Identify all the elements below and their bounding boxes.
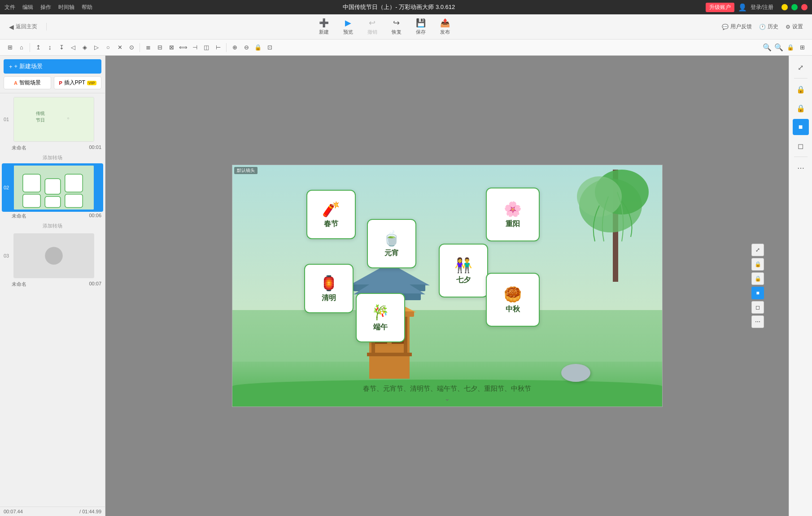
new-scene-button[interactable]: + + 新建场景 — [4, 59, 101, 74]
toolbar-right: 💬 用户反馈 🕐 历史 ⚙ 设置 — [722, 23, 803, 31]
tb2-select-btn[interactable]: ⊞ — [4, 42, 15, 53]
preview-button[interactable]: ▶ 预览 — [340, 16, 357, 37]
menu-help[interactable]: 帮助 — [82, 4, 92, 11]
festival-card-yuanxiao[interactable]: 🍵 元宵 — [367, 219, 416, 268]
scene-card-01[interactable]: 01 传统 节日 ○ — [2, 95, 103, 144]
canvas-collapse-btn[interactable]: ⌄ — [444, 507, 450, 515]
rp-rect-btn[interactable]: ◻ — [793, 138, 809, 154]
menu-edit[interactable]: 编辑 — [22, 4, 33, 11]
tb2-zoomin[interactable]: ⊕ — [229, 42, 240, 53]
canvas-rect-btn[interactable]: ◻ — [751, 301, 764, 314]
rp-lock-btn[interactable]: 🔒 — [793, 81, 809, 97]
tb2-dot[interactable]: ⊙ — [126, 42, 137, 53]
tb2-sep3 — [226, 43, 227, 52]
chongyang-label: 重阳 — [506, 219, 520, 229]
tb2-lock[interactable]: 🔒 — [253, 42, 263, 53]
tb2-align-mid[interactable]: ↨ — [44, 42, 55, 53]
tb2-sep2 — [140, 43, 140, 52]
canvas-expand-btn[interactable]: ⌄ — [445, 395, 450, 402]
scene-card-02[interactable]: 02 — [2, 163, 103, 212]
tb2-cross[interactable]: ✕ — [114, 42, 125, 53]
tb2-align-top[interactable]: ↥ — [33, 42, 44, 53]
rock — [561, 364, 590, 382]
right-panel: ⤢ 🔒 🔒 ■ ◻ ⋯ — [789, 56, 812, 516]
settings-icon: ⚙ — [786, 24, 790, 30]
login-button[interactable]: 登录/注册 — [751, 4, 773, 11]
tb2-align-right[interactable]: ▷ — [91, 42, 102, 53]
scene-tools: A 智能场景 P 插入PPT VIP — [4, 76, 101, 89]
festival-card-duanwu[interactable]: 🎋 端午 — [356, 293, 405, 342]
svg-rect-6 — [45, 179, 61, 194]
history-button[interactable]: 🕐 历史 — [759, 23, 778, 31]
canvas-lock-btn[interactable]: 🔒 — [751, 258, 764, 271]
publish-button[interactable]: 📤 发布 — [437, 16, 454, 37]
left-panel: + + 新建场景 A 智能场景 P 插入PPT VIP 01 — [0, 56, 105, 516]
festival-card-qixi[interactable]: 👫 七夕 — [439, 244, 488, 297]
canvas-color-btn[interactable]: ■ — [751, 287, 764, 299]
tb2-list2[interactable]: ⊟ — [154, 42, 165, 53]
rp-sep2 — [794, 157, 808, 157]
feedback-icon: 💬 — [722, 24, 729, 30]
new-icon: ➕ — [319, 18, 329, 28]
tb2-grid[interactable]: ⊡ — [264, 42, 275, 53]
menu-file[interactable]: 文件 — [4, 4, 15, 11]
back-home-button[interactable]: 返回主页 — [16, 23, 37, 31]
tb2-lock2[interactable]: 🔒 — [785, 42, 796, 53]
tb2-list3[interactable]: ⊠ — [166, 42, 177, 53]
new-scene-icon: + — [9, 63, 13, 70]
tb2-split[interactable]: ◫ — [201, 42, 212, 53]
tb2-hlist[interactable]: ⟺ — [178, 42, 188, 53]
redo-button[interactable]: ↪ 恢复 — [388, 16, 405, 37]
rp-color-btn[interactable]: ■ — [793, 119, 809, 135]
scene-card-03[interactable]: 03 — [2, 232, 103, 280]
upgrade-button[interactable]: 升级账户 — [706, 3, 734, 12]
festival-card-chongyang[interactable]: 🌸 重阳 — [486, 188, 540, 241]
canvas-lock2-btn[interactable]: 🔒 — [751, 272, 764, 285]
tb2-align-bot[interactable]: ↧ — [56, 42, 67, 53]
tb2-circle[interactable]: ○ — [103, 42, 114, 53]
close-button[interactable] — [801, 4, 808, 10]
scene-item-02: 02 — [2, 163, 103, 231]
tb2-copy[interactable]: ⊞ — [797, 42, 808, 53]
maximize-button[interactable] — [791, 4, 798, 10]
duanwu-icon: 🎋 — [371, 304, 389, 321]
festival-card-qingming[interactable]: 🏮 清明 — [304, 264, 354, 313]
toolbar-main: ➕ 新建 ▶ 预览 ↩ 撤销 ↪ 恢复 💾 保存 📤 发布 — [48, 16, 720, 37]
undo-button[interactable]: ↩ 撤销 — [364, 16, 381, 37]
tb2-zoom-in2[interactable]: 🔍 — [762, 42, 773, 53]
tb2-zoom-out2[interactable]: 🔍 — [773, 42, 784, 53]
feedback-button[interactable]: 💬 用户反馈 — [722, 23, 752, 31]
title-bar: 文件 编辑 操作 时间轴 帮助 中国传统节日（上）- 万彩动画大师 3.0.61… — [0, 0, 812, 14]
rp-expand-btn[interactable]: ⤢ — [793, 59, 809, 75]
menu-operate[interactable]: 操作 — [40, 4, 51, 11]
save-button[interactable]: 💾 保存 — [412, 16, 429, 37]
tb2-align-left[interactable]: ◁ — [68, 42, 79, 53]
tb2-home-btn[interactable]: ⌂ — [16, 42, 27, 53]
menu-timeline[interactable]: 时间轴 — [58, 4, 74, 11]
festival-card-zhongqiu[interactable]: 🥮 中秋 — [486, 273, 540, 327]
main-toolbar: ◀ 返回主页 ➕ 新建 ▶ 预览 ↩ 撤销 ↪ 恢复 💾 保存 📤 发布 💬 — [0, 14, 812, 39]
tb2-zoomout[interactable]: ⊖ — [241, 42, 252, 53]
add-transition-02[interactable]: 添加转场 — [2, 221, 103, 231]
tb2-pillar[interactable]: ⊣ — [189, 42, 200, 53]
rp-lock2-btn[interactable]: 🔒 — [793, 100, 809, 116]
tb2-list1[interactable]: ≣ — [143, 42, 153, 53]
new-button[interactable]: ➕ 新建 — [315, 16, 332, 37]
rp-more-btn[interactable]: ⋯ — [793, 160, 809, 176]
svg-rect-5 — [23, 174, 41, 192]
menu-bar: 文件 编辑 操作 时间轴 帮助 — [4, 4, 92, 11]
canvas-fit-btn[interactable]: ⤢ — [751, 244, 764, 256]
add-transition-01[interactable]: 添加转场 — [2, 153, 103, 162]
tb2-spacer[interactable]: ⊢ — [213, 42, 223, 53]
scene-info-01: 未命名 00:01 — [2, 144, 103, 153]
festival-card-chunjie[interactable]: 🧨 春节 — [306, 190, 356, 239]
minimize-button[interactable] — [781, 4, 788, 10]
canvas-frame[interactable]: 🧨 春节 🍵 元宵 🏮 清明 🎋 端午 — [232, 165, 663, 407]
insert-ppt-button[interactable]: P 插入PPT VIP — [54, 76, 101, 89]
settings-button[interactable]: ⚙ 设置 — [786, 23, 803, 31]
ai-scene-button[interactable]: A 智能场景 — [4, 76, 51, 89]
scene-info-02: 未命名 00:06 — [2, 212, 103, 221]
window-controls — [781, 4, 808, 10]
tb2-align-center[interactable]: ◈ — [79, 42, 90, 53]
canvas-more-btn[interactable]: ⋯ — [751, 315, 764, 328]
